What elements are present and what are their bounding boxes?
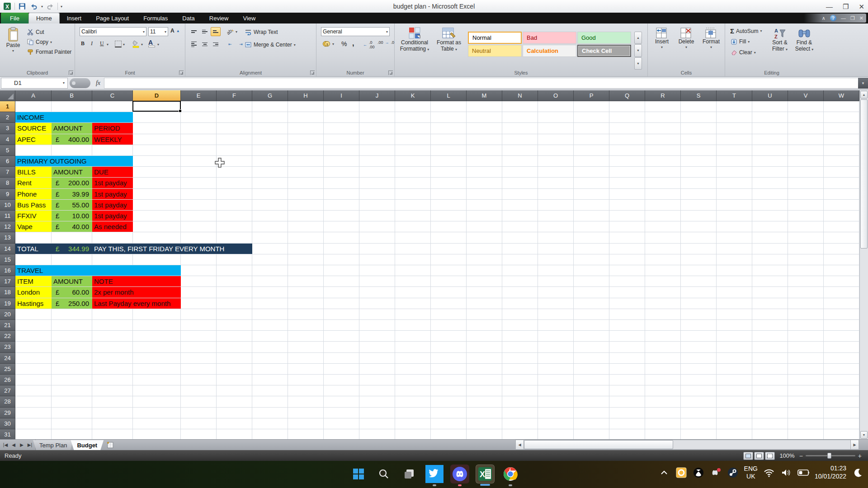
row-header-21[interactable]: 21 [0,320,15,331]
cell-A4[interactable]: APEC [15,134,52,145]
row-header-7[interactable]: 7 [0,167,15,178]
cell-A3[interactable]: SOURCE [15,123,52,133]
row-header-22[interactable]: 22 [0,331,15,342]
cell-style-check-cell[interactable]: Check Cell [577,45,631,57]
horizontal-scrollbar[interactable]: ◀ ▶ [515,440,859,450]
cell-B4[interactable]: £400.00 [52,134,92,145]
cell-B18[interactable]: £60.00 [52,287,92,297]
cell-B12[interactable]: £40.00 [52,221,92,232]
cell-B7[interactable]: AMOUNT [52,167,92,177]
sheet-tab-temp-plan[interactable]: Temp Plan [33,440,73,450]
customize-qat-dropdown[interactable]: ▾ [61,5,62,9]
vertical-scrollbar[interactable]: ▲ ▼ [859,90,868,439]
column-header-O[interactable]: O [538,90,574,101]
zoom-slider-thumb[interactable] [827,453,831,459]
cell-C10[interactable]: 1st payday [92,200,133,210]
active-cell-selection[interactable] [132,101,181,112]
orientation-button[interactable]: ab▾ [225,28,239,35]
scroll-down-icon[interactable]: ▼ [860,431,868,439]
column-header-R[interactable]: R [645,90,681,101]
gallery-scroll-up-icon[interactable]: ▲ [634,32,642,44]
font-color-dropdown[interactable]: ▾ [157,42,159,47]
font-dialog-launcher[interactable] [179,70,184,75]
wifi-icon[interactable] [763,467,775,479]
row-header-25[interactable]: 25 [0,364,15,375]
row-header-19[interactable]: 19 [0,298,15,309]
zoom-slider[interactable]: − + [799,452,862,460]
column-header-J[interactable]: J [359,90,395,101]
bottom-align-button[interactable] [211,27,221,36]
column-header-H[interactable]: H [288,90,324,101]
cell-style-neutral[interactable]: Neutral [468,45,522,57]
decrease-indent-button[interactable]: ⇤ [225,40,235,49]
comma-style-button[interactable]: , [351,39,355,48]
cell-C4[interactable]: WEEKLY [92,134,133,145]
borders-button[interactable] [115,41,122,47]
row-header-30[interactable]: 30 [0,418,15,429]
cell-A9[interactable]: Phone [15,189,52,199]
origin-tray-icon[interactable] [675,467,687,479]
ribbon-tab-file[interactable]: File [1,13,28,23]
sheet-tab-budget[interactable]: Budget [71,440,104,450]
ribbon-tab-page-layout[interactable]: Page Layout [89,13,136,23]
format-painter-button[interactable]: Format Painter [25,48,73,56]
cell-C3[interactable]: PERIOD [92,123,133,133]
column-header-D[interactable]: D [133,90,181,101]
align-center-button[interactable] [200,40,210,49]
column-header-W[interactable]: W [824,90,859,101]
redo-button[interactable] [46,2,55,11]
scroll-left-icon[interactable]: ◀ [516,440,524,449]
row-header-24[interactable]: 24 [0,353,15,364]
align-right-button[interactable] [211,40,221,49]
row-header-23[interactable]: 23 [0,342,15,352]
formula-input[interactable] [104,78,858,89]
row-header-31[interactable]: 31 [0,429,15,439]
sort-filter-button[interactable]: AZ Sort & Filter ▾ [769,27,791,52]
paste-button[interactable]: Paste▾ [4,27,23,53]
insert-worksheet-button[interactable] [104,440,117,450]
row-header-14[interactable]: 14 [0,244,15,254]
scroll-right-icon[interactable]: ▶ [850,440,859,449]
delete-cells-button[interactable]: Delete▾ [676,27,697,49]
row-header-8[interactable]: 8 [0,178,15,188]
row-header-1[interactable]: 1 [0,101,15,112]
cell-C18[interactable]: 2x per month [92,287,181,297]
discord-icon[interactable] [450,465,469,483]
cell-B11[interactable]: £10.00 [52,211,92,221]
cell-C11[interactable]: 1st payday [92,211,133,221]
gallery-expand-icon[interactable]: ▼ [634,57,642,70]
help-icon[interactable]: ? [830,15,836,21]
zoom-out-icon[interactable]: − [799,452,803,460]
column-header-V[interactable]: V [788,90,824,101]
cell-C8[interactable]: 1st payday [92,178,133,188]
cell-B3[interactable]: AMOUNT [52,123,92,133]
format-cells-button[interactable]: Format▾ [700,27,722,49]
row-header-16[interactable]: 16 [0,265,15,276]
insert-function-button[interactable]: fx [92,80,104,87]
search-icon[interactable] [374,465,393,483]
find-select-button[interactable]: Find & Select ▾ [793,27,816,52]
task-view-icon[interactable] [400,465,419,483]
zoom-level[interactable]: 100% [779,452,794,459]
select-all-corner[interactable] [0,90,15,101]
middle-align-button[interactable] [200,27,210,36]
row-header-4[interactable]: 4 [0,134,15,145]
cell-A2[interactable]: INCOME [15,112,133,122]
cell-A19[interactable]: Hastings [15,298,52,309]
volume-icon[interactable] [780,467,792,479]
cell-A16[interactable]: TRAVEL [15,265,181,276]
column-header-M[interactable]: M [467,90,502,101]
row-header-9[interactable]: 9 [0,189,15,200]
row-header-18[interactable]: 18 [0,287,15,298]
twitter-icon[interactable] [425,465,444,483]
cell-A10[interactable]: Bus Pass [15,200,52,210]
column-header-N[interactable]: N [502,90,538,101]
fill-color-dropdown[interactable]: ▾ [141,42,143,47]
cell-C7[interactable]: DUE [92,167,133,177]
excel-taskbar-icon[interactable]: X [476,465,495,483]
save-button[interactable] [18,2,27,11]
close-button[interactable]: ✕ [859,3,864,10]
doc-close-icon[interactable]: ✕ [859,15,863,21]
font-color-button[interactable]: A [148,39,155,47]
autosum-button[interactable]: ΣAutoSum▾ [729,27,763,35]
